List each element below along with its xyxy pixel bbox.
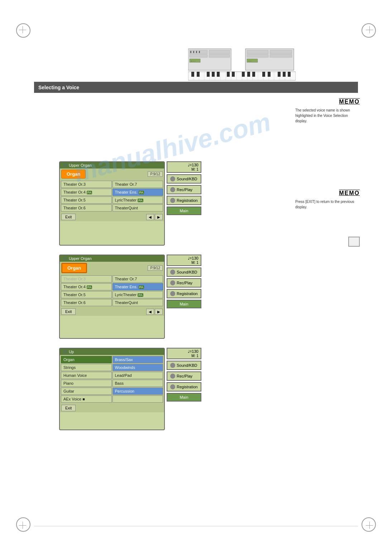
screen3-rec-play-btn[interactable]: Rec/Play — [167, 371, 201, 381]
svg-rect-51 — [283, 72, 286, 77]
screen2-panel: 🎵 Upper Organ Organ P.9/12 Theater Or.3 … — [59, 255, 165, 339]
voice2-theater-or6[interactable]: Theater Or.6 — [61, 299, 112, 306]
screen3-controls: Exit — [60, 404, 164, 412]
voice-theater-ens[interactable]: Theater Ens. PA — [113, 189, 163, 196]
screen3-registration-btn[interactable]: Registration — [167, 382, 201, 392]
screen3-reg-icon — [170, 384, 175, 389]
screen3-rec-icon — [170, 374, 175, 379]
screen2-page: P.9/12 — [148, 265, 163, 271]
cat-empty — [113, 395, 163, 403]
corner-decoration-tl — [13, 20, 34, 41]
screen1-panel: 🎵 Upper Organ Organ P.9/12 Theater Or.3 … — [59, 161, 165, 246]
svg-rect-8 — [199, 51, 200, 53]
voice2-theater-or3[interactable]: Theater Or.3 — [61, 275, 112, 283]
cat-human-voice[interactable]: Human Voice — [61, 372, 112, 379]
voice2-lyric-theater[interactable]: LyricTheater PA — [113, 291, 163, 298]
screen1-voice-grid: Theater Or.3 Theater Or.7 Theater Or.4 P… — [60, 180, 164, 213]
screen3-main-btn[interactable]: Main — [167, 393, 201, 402]
screen2-prev-btn[interactable]: ◀ — [146, 309, 154, 315]
cat-aex-voice[interactable]: AEx Voice ■ — [61, 395, 112, 403]
cat-percussion[interactable]: Percussion — [113, 388, 163, 395]
voice-theater-or7[interactable]: Theater Or.7 — [113, 181, 163, 188]
screen2-rec-icon — [170, 280, 175, 285]
voice-theater-or3[interactable]: Theater Or.3 — [61, 181, 112, 188]
voice2-theater-ens[interactable]: Theater Ens. PA — [113, 283, 163, 290]
cat-guitar[interactable]: Guitar — [61, 388, 112, 395]
bottom-rule — [34, 526, 358, 526]
screen1-rec-icon — [170, 187, 175, 192]
svg-rect-13 — [247, 54, 268, 57]
voice2-theater-or4[interactable]: Theater Or.4 PA — [61, 283, 112, 290]
svg-rect-45 — [242, 72, 245, 77]
screen1-sound-kbd-btn[interactable]: Sound/KBD — [167, 174, 201, 184]
screen1-nav-btns: ◀ ▶ — [146, 214, 163, 220]
screen1-sound-icon — [170, 176, 175, 181]
svg-rect-14 — [270, 50, 292, 54]
cat-organ[interactable]: Organ — [61, 356, 112, 363]
svg-rect-7 — [196, 51, 197, 53]
screen1-registration-btn[interactable]: Registration — [167, 196, 201, 205]
screen1-main-btn[interactable]: Main — [167, 207, 201, 215]
screen3-sound-kbd-btn[interactable]: Sound/KBD — [167, 361, 201, 370]
screen1-rec-play-btn[interactable]: Rec/Play — [167, 185, 201, 194]
screen2-rec-play-btn[interactable]: Rec/Play — [167, 278, 201, 288]
svg-rect-48 — [262, 72, 265, 77]
screen1-exit-btn[interactable]: Exit — [61, 214, 76, 220]
screen1-prev-btn[interactable]: ◀ — [146, 214, 154, 220]
voice2-theater-or7[interactable]: Theater Or.7 — [113, 275, 163, 283]
svg-rect-1 — [190, 50, 207, 54]
svg-rect-3 — [209, 50, 230, 54]
voice-theater-or5[interactable]: Theater Or.5 — [61, 196, 112, 204]
svg-rect-49 — [268, 72, 271, 77]
screen2-header: 🎵 Upper Organ — [60, 255, 164, 262]
cat-lead-pad[interactable]: Lead/Pad — [113, 372, 163, 379]
svg-rect-5 — [190, 51, 191, 53]
voice2-theater-or5[interactable]: Theater Or.5 — [61, 291, 112, 298]
screen3-panel: 🎵 Up Organ Brass/Sax Strings Woodwinds H… — [59, 348, 165, 430]
screen1-organ-btn[interactable]: Organ — [61, 170, 86, 179]
voice-theater-quint[interactable]: TheaterQuint — [113, 204, 163, 212]
screen2-organ-btn[interactable]: Organ — [61, 263, 87, 273]
instrument-graphic: □ ─ ─ ─ ─ — [188, 46, 296, 82]
memo2-text: Press [EXIT] to return to the previous d… — [295, 199, 360, 210]
voice-theater-or6[interactable]: Theater Or.6 — [61, 204, 112, 212]
screen2-reg-icon — [170, 291, 175, 296]
voice2-theater-quint[interactable]: TheaterQuint — [113, 299, 163, 306]
svg-rect-46 — [247, 72, 250, 77]
screen2-main-btn[interactable]: Main — [167, 300, 201, 308]
svg-rect-38 — [191, 72, 194, 77]
cat-brass-sax[interactable]: Brass/Sax — [113, 356, 163, 363]
svg-rect-2 — [190, 54, 207, 57]
svg-rect-6 — [193, 51, 194, 53]
svg-rect-50 — [278, 72, 281, 77]
screen3-exit-btn[interactable]: Exit — [61, 405, 76, 411]
screen2-controls: Exit ◀ ▶ — [60, 307, 164, 316]
voice-theater-or4[interactable]: Theater Or.4 PA — [61, 189, 112, 196]
svg-rect-12 — [247, 50, 268, 54]
cat-woodwinds[interactable]: Woodwinds — [113, 364, 163, 371]
cat-strings[interactable]: Strings — [61, 364, 112, 371]
screen2-nav-btns: ◀ ▶ — [146, 309, 163, 315]
screen2-sound-icon — [170, 270, 175, 275]
memo2-label: MEMO — [339, 190, 360, 196]
cat-piano[interactable]: Piano — [61, 380, 112, 387]
screen3-header: 🎵 Up — [60, 348, 164, 355]
screen1-page: P.9/12 — [148, 171, 163, 177]
voice-lyric-theater[interactable]: LyricTheater PA — [113, 196, 163, 204]
screen2-exit-btn[interactable]: Exit — [61, 308, 76, 315]
svg-rect-52 — [288, 72, 291, 77]
memo1-label: MEMO — [339, 99, 360, 105]
cat-bass[interactable]: Bass — [113, 380, 163, 387]
screen2-sound-kbd-btn[interactable]: Sound/KBD — [167, 267, 201, 277]
screen3-tempo: ♩=130 M: 1 — [167, 348, 201, 359]
screen1-next-btn[interactable]: ▶ — [155, 214, 163, 220]
screen3-side-controls: ♩=130 M: 1 Sound/KBD Rec/Play Registrati… — [167, 348, 201, 402]
svg-text:□ ─ ─: □ ─ ─ — [191, 60, 196, 62]
corner-decoration-br — [358, 514, 379, 535]
svg-rect-43 — [227, 72, 230, 77]
screen2-registration-btn[interactable]: Registration — [167, 289, 201, 298]
screen2-next-btn[interactable]: ▶ — [155, 309, 163, 315]
screen3-sound-icon — [170, 363, 175, 368]
memo1-text: The selected voice name is shown highlig… — [295, 108, 360, 124]
square-placeholder — [348, 237, 360, 247]
